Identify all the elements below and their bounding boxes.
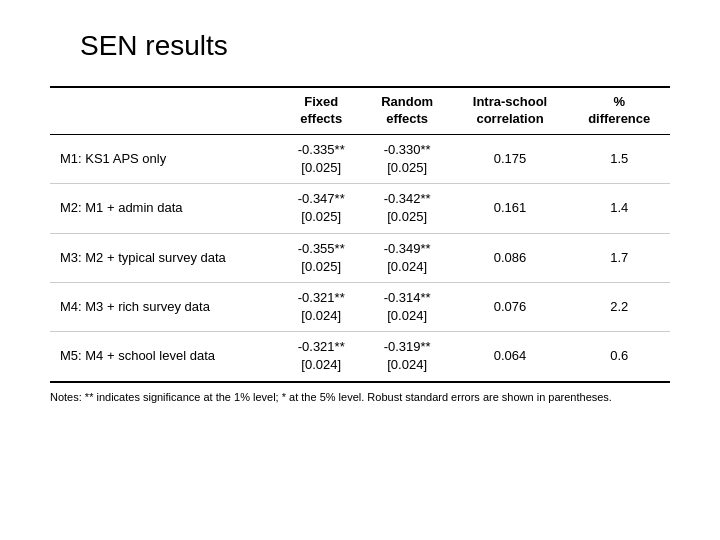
cell-model: M4: M3 + rich survey data (50, 282, 280, 331)
cell-value: -0.319**[0.024] (363, 332, 452, 382)
cell-value: -0.321**[0.024] (280, 282, 363, 331)
cell-value: 1.7 (568, 233, 670, 282)
cell-value: 0.086 (452, 233, 569, 282)
table-row: M1: KS1 APS only-0.335**[0.025]-0.330**[… (50, 134, 670, 183)
cell-value: -0.347**[0.025] (280, 184, 363, 233)
cell-value: 0.161 (452, 184, 569, 233)
cell-model: M2: M1 + admin data (50, 184, 280, 233)
cell-value: 1.5 (568, 134, 670, 183)
cell-model: M3: M2 + typical survey data (50, 233, 280, 282)
cell-value: -0.330**[0.025] (363, 134, 452, 183)
cell-value: -0.342**[0.025] (363, 184, 452, 233)
table-row: M5: M4 + school level data-0.321**[0.024… (50, 332, 670, 382)
table-wrapper: Fixedeffects Randomeffects Intra-schoolc… (40, 86, 680, 383)
table-notes: Notes: ** indicates significance at the … (40, 391, 612, 403)
table-row: M3: M2 + typical survey data-0.355**[0.0… (50, 233, 670, 282)
col-header-pct: %difference (568, 87, 670, 134)
cell-value: -0.314**[0.024] (363, 282, 452, 331)
col-header-model (50, 87, 280, 134)
table-header-row: Fixedeffects Randomeffects Intra-schoolc… (50, 87, 670, 134)
cell-value: 0.064 (452, 332, 569, 382)
cell-value: -0.349**[0.024] (363, 233, 452, 282)
cell-value: 0.076 (452, 282, 569, 331)
page-title: SEN results (80, 30, 228, 62)
cell-value: -0.321**[0.024] (280, 332, 363, 382)
table-row: M4: M3 + rich survey data-0.321**[0.024]… (50, 282, 670, 331)
col-header-fixed: Fixedeffects (280, 87, 363, 134)
col-header-random: Randomeffects (363, 87, 452, 134)
cell-value: -0.335**[0.025] (280, 134, 363, 183)
cell-value: 0.175 (452, 134, 569, 183)
cell-value: 0.6 (568, 332, 670, 382)
cell-value: 1.4 (568, 184, 670, 233)
table-row: M2: M1 + admin data-0.347**[0.025]-0.342… (50, 184, 670, 233)
results-table: Fixedeffects Randomeffects Intra-schoolc… (50, 86, 670, 383)
cell-value: -0.355**[0.025] (280, 233, 363, 282)
cell-model: M1: KS1 APS only (50, 134, 280, 183)
cell-model: M5: M4 + school level data (50, 332, 280, 382)
col-header-intra: Intra-schoolcorrelation (452, 87, 569, 134)
cell-value: 2.2 (568, 282, 670, 331)
